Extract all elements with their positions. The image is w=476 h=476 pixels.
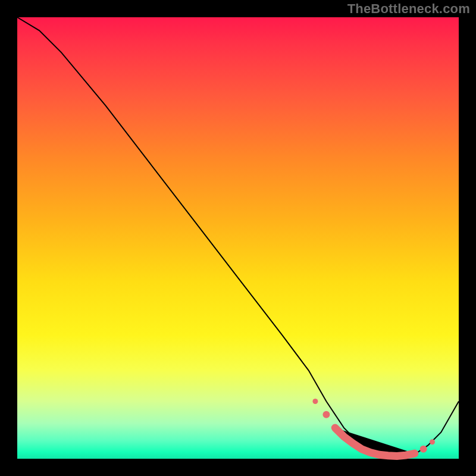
attribution-text: TheBottleneck.com bbox=[347, 1, 470, 17]
optimal-range-bar bbox=[335, 428, 415, 456]
bottleneck-curve bbox=[17, 17, 459, 456]
optimal-range-dot bbox=[312, 399, 318, 404]
optimal-range-dot bbox=[430, 439, 435, 444]
chart-stage: TheBottleneck.com bbox=[0, 0, 476, 476]
chart-overlay-svg bbox=[17, 17, 459, 459]
optimal-range-dot bbox=[420, 446, 427, 453]
optimal-range-dot bbox=[322, 411, 330, 418]
